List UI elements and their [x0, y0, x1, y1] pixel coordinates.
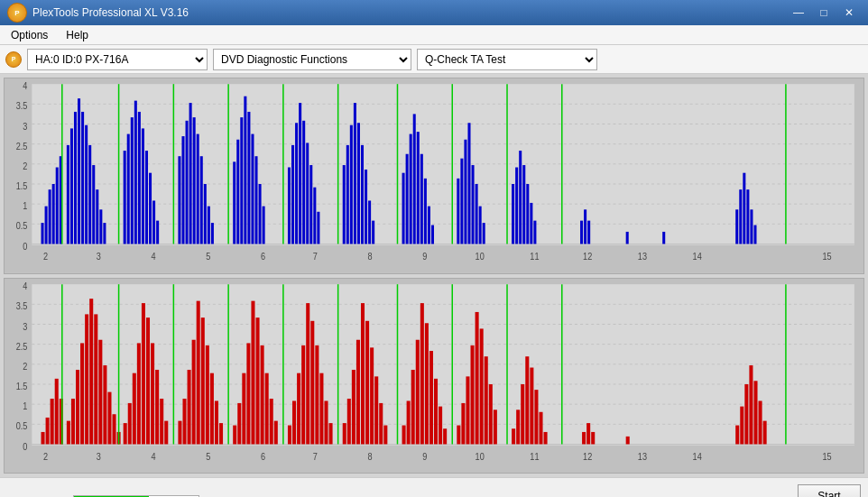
- toolbar: P HA:0 ID:0 PX-716A DVD Diagnostic Funct…: [0, 45, 868, 74]
- svg-text:2: 2: [43, 450, 48, 461]
- svg-rect-223: [329, 423, 333, 444]
- svg-rect-270: [735, 425, 739, 444]
- start-button[interactable]: Start: [798, 484, 861, 498]
- svg-rect-65: [251, 134, 254, 244]
- svg-rect-247: [457, 425, 460, 444]
- minimize-button[interactable]: —: [787, 4, 810, 22]
- test-select[interactable]: Q-Check TA Test: [417, 49, 597, 70]
- svg-rect-61: [236, 140, 239, 244]
- svg-rect-84: [357, 123, 360, 244]
- svg-rect-27: [70, 128, 73, 244]
- close-button[interactable]: ✕: [837, 4, 861, 22]
- svg-rect-92: [410, 134, 412, 244]
- svg-rect-225: [343, 423, 346, 444]
- app-icon: P: [7, 3, 27, 23]
- svg-rect-271: [740, 406, 743, 444]
- svg-text:1.5: 1.5: [16, 180, 28, 191]
- function-select[interactable]: DVD Diagnostic Functions: [213, 49, 411, 70]
- menu-help[interactable]: Help: [59, 27, 96, 43]
- title-bar: P PlexTools Professional XL V3.16 — □ ✕: [0, 0, 868, 25]
- svg-rect-171: [80, 343, 84, 444]
- svg-text:1: 1: [23, 200, 27, 211]
- svg-rect-58: [211, 223, 214, 244]
- svg-rect-86: [365, 170, 367, 244]
- svg-rect-60: [233, 161, 235, 244]
- svg-rect-88: [372, 221, 374, 244]
- title-bar-controls: — □ ✕: [787, 4, 861, 22]
- svg-rect-30: [81, 112, 84, 244]
- svg-rect-266: [582, 431, 586, 444]
- svg-rect-216: [297, 373, 300, 444]
- svg-rect-64: [247, 112, 250, 244]
- svg-rect-177: [107, 391, 111, 444]
- svg-rect-221: [319, 373, 323, 444]
- svg-text:2: 2: [23, 161, 27, 171]
- svg-rect-52: [189, 103, 192, 244]
- svg-rect-220: [315, 345, 319, 444]
- svg-rect-263: [539, 411, 542, 444]
- svg-rect-257: [512, 428, 515, 444]
- svg-rect-267: [586, 423, 590, 444]
- svg-rect-68: [263, 207, 265, 244]
- svg-rect-90: [402, 173, 405, 244]
- svg-rect-196: [197, 300, 200, 444]
- svg-rect-76: [309, 165, 312, 244]
- svg-rect-176: [103, 365, 106, 444]
- svg-rect-49: [178, 156, 180, 244]
- svg-rect-125: [746, 189, 749, 244]
- svg-rect-165: [55, 378, 59, 444]
- svg-rect-181: [124, 423, 127, 444]
- svg-rect-51: [186, 121, 189, 244]
- svg-rect-274: [753, 381, 757, 444]
- svg-rect-253: [485, 356, 488, 444]
- svg-rect-33: [92, 165, 95, 244]
- svg-rect-124: [743, 173, 745, 244]
- bottom-chart-svg: 4 3.5 3 2.5 2 1.5 1 0.5 0: [5, 279, 863, 474]
- svg-rect-243: [434, 378, 438, 444]
- svg-rect-258: [516, 410, 520, 444]
- maximize-button[interactable]: □: [812, 4, 836, 22]
- svg-text:6: 6: [261, 251, 265, 262]
- svg-text:12: 12: [583, 450, 592, 461]
- svg-rect-104: [472, 165, 475, 244]
- drive-select[interactable]: HA:0 ID:0 PX-716A: [27, 49, 208, 70]
- svg-rect-173: [89, 299, 93, 444]
- svg-text:0.5: 0.5: [16, 420, 28, 431]
- svg-rect-242: [429, 351, 433, 444]
- svg-rect-244: [439, 406, 442, 444]
- top-chart-svg: 4 3.5 3 2.5 2 1.5 1 0.5 0: [5, 78, 863, 273]
- svg-rect-208: [256, 318, 260, 444]
- svg-rect-185: [142, 303, 145, 444]
- svg-rect-73: [299, 103, 301, 244]
- svg-rect-276: [763, 420, 767, 444]
- svg-rect-83: [354, 103, 356, 244]
- svg-rect-116: [580, 221, 583, 244]
- svg-rect-251: [476, 311, 479, 444]
- menu-bar: Options Help: [0, 25, 868, 45]
- svg-rect-194: [188, 369, 191, 444]
- svg-rect-120: [626, 232, 629, 244]
- svg-text:3: 3: [23, 320, 27, 331]
- svg-rect-95: [420, 154, 423, 244]
- svg-text:5: 5: [206, 251, 210, 262]
- svg-rect-182: [128, 402, 132, 444]
- svg-rect-94: [417, 132, 420, 244]
- svg-rect-204: [237, 402, 241, 444]
- svg-rect-234: [383, 425, 387, 444]
- svg-rect-163: [46, 417, 50, 444]
- svg-rect-26: [67, 145, 69, 244]
- svg-text:15: 15: [822, 450, 831, 461]
- svg-rect-193: [182, 398, 186, 443]
- svg-text:3.5: 3.5: [16, 101, 28, 112]
- menu-options[interactable]: Options: [4, 27, 55, 43]
- svg-rect-239: [416, 339, 420, 444]
- svg-rect-197: [201, 318, 205, 444]
- svg-text:4: 4: [152, 450, 156, 461]
- svg-rect-43: [142, 128, 144, 244]
- svg-text:3.5: 3.5: [16, 300, 28, 311]
- svg-rect-112: [522, 165, 525, 244]
- svg-rect-40: [131, 117, 134, 244]
- svg-rect-205: [242, 373, 245, 444]
- svg-rect-261: [530, 367, 533, 444]
- svg-text:2: 2: [43, 251, 48, 262]
